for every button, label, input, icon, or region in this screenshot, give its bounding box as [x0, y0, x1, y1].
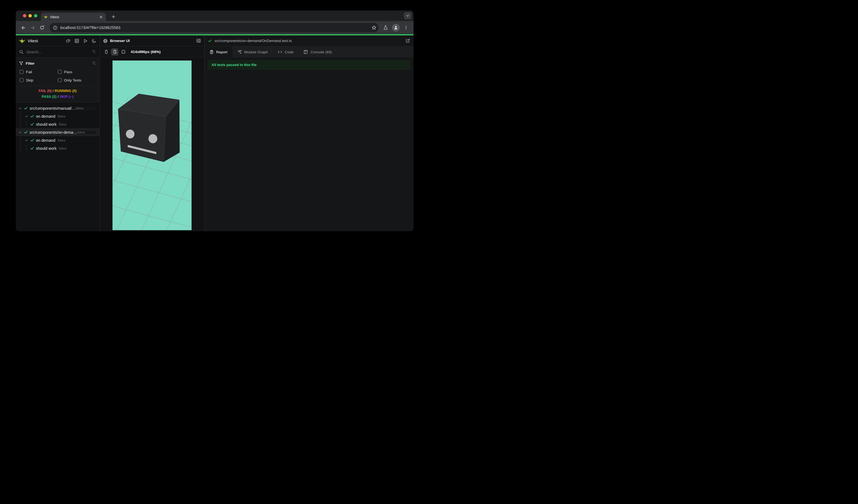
tab-report-label: Report [216, 50, 227, 54]
vitest-favicon [44, 15, 48, 19]
test-name: should work [36, 146, 57, 151]
only-tests-label: Only Tests [64, 78, 81, 82]
tab-title: Vitest [50, 15, 97, 19]
funnel-icon [19, 61, 23, 65]
sidebar-header: Vitest [16, 35, 99, 46]
bookmark-star-icon[interactable] [371, 25, 377, 30]
address-bar[interactable]: localhost:5173/#/?file=1828625563 [49, 23, 379, 32]
vitest-ui: Vitest [16, 35, 414, 231]
all-tests-passed-banner: All tests passed in this file [208, 60, 411, 70]
filter-title: Filter [26, 61, 34, 65]
tree-file-row[interactable]: src/components/manual/… 56ms [16, 104, 99, 112]
test-duration: 56ms [58, 115, 65, 118]
reload-button[interactable] [37, 23, 47, 32]
report-tabs: Report Module Graph [205, 46, 414, 58]
browser-window: Vitest [16, 11, 414, 231]
suite-name: on demand [36, 138, 55, 143]
clear-filter-icon[interactable] [92, 50, 96, 54]
tab-module-graph[interactable]: Module Graph [233, 46, 273, 58]
app-name: Vitest [28, 38, 38, 43]
test-duration: 55ms [59, 123, 67, 126]
filter-option-only-tests[interactable]: Only Tests [58, 76, 96, 84]
skip-label: Skip [26, 78, 33, 82]
tree-suite-row[interactable]: on demand 43ms [16, 136, 99, 144]
chevron-down-icon[interactable] [17, 130, 23, 134]
report-content: All tests passed in this file [205, 58, 414, 231]
browser-toolbar: localhost:5173/#/?file=1828625563 [16, 21, 414, 34]
tab-console[interactable]: Console (69) [299, 46, 337, 58]
back-button[interactable] [18, 23, 28, 32]
pass-check-icon [29, 146, 35, 150]
test-duration: 43ms [59, 147, 67, 150]
viewport-size-label: 414x896px (68%) [131, 50, 161, 54]
code-icon [278, 50, 282, 54]
site-info-icon[interactable] [53, 26, 58, 30]
pass-check-icon [208, 39, 212, 43]
browser-ui-title: Browser UI [110, 39, 130, 43]
url-text[interactable]: localhost:5173/#/?file=1828625563 [60, 26, 369, 30]
skip-count: SKIP (--) [60, 95, 74, 99]
filter-option-skip[interactable]: Skip [20, 76, 58, 84]
filter-option-fail[interactable]: Fail [20, 68, 58, 76]
experiments-flask-icon[interactable] [381, 23, 390, 32]
test-summary: FAIL (0) / RUNNING (0) PASS (2) / SKIP (… [16, 86, 99, 102]
tree-file-row-selected[interactable]: src/components/on-dema… 43ms [16, 128, 99, 136]
search-input[interactable] [26, 50, 89, 54]
device-mobile-small-icon[interactable] [102, 48, 110, 55]
browser-ui-header: Browser UI [100, 35, 204, 46]
vitest-logo [19, 38, 25, 44]
test-file-name: src/components/on-dema… [30, 130, 77, 134]
new-tab-button[interactable] [110, 13, 117, 20]
skip-checkbox[interactable] [20, 78, 23, 82]
external-link-icon[interactable] [406, 38, 410, 43]
report-panel: src/components/on-demand/OnDemand.test.t… [205, 35, 414, 231]
forward-button[interactable] [28, 23, 37, 32]
report-header: src/components/on-demand/OnDemand.test.t… [205, 35, 414, 46]
test-duration: 56ms [76, 107, 96, 110]
pass-check-icon [23, 130, 29, 134]
tree-test-row[interactable]: should work 43ms [16, 144, 99, 152]
sidebar: Vitest [16, 35, 100, 231]
test-duration: 43ms [58, 139, 65, 142]
run-all-icon[interactable] [83, 39, 88, 43]
pass-check-icon [29, 138, 35, 142]
chevron-down-icon[interactable] [24, 114, 29, 118]
running-count: RUNNING (0) [55, 89, 77, 93]
pass-label: Pass [64, 70, 73, 74]
device-mobile-plus-icon[interactable] [111, 48, 118, 55]
test-duration: 43ms [77, 131, 96, 134]
test-viewport-iframe[interactable] [112, 61, 192, 230]
test-file-name: src/components/manual/… [30, 106, 76, 111]
clear-filter-icon[interactable] [92, 61, 96, 65]
maximize-window-button[interactable] [34, 14, 37, 17]
dashboard-icon[interactable] [75, 39, 79, 43]
dark-mode-moon-icon[interactable] [92, 39, 96, 43]
tree-suite-row[interactable]: on demand 56ms [16, 112, 99, 120]
tab-code[interactable]: Code [273, 46, 299, 58]
browser-menu-icon[interactable] [401, 23, 411, 32]
minimize-window-button[interactable] [29, 14, 32, 17]
close-window-button[interactable] [23, 14, 26, 17]
pass-checkbox[interactable] [58, 70, 62, 74]
tree-test-row[interactable]: should work 55ms [16, 120, 99, 128]
device-tablet-icon[interactable] [120, 48, 127, 55]
tab-console-label: Console (69) [311, 50, 332, 54]
browser-ui-panel: Browser UI [100, 35, 205, 231]
suite-name: on demand [36, 114, 55, 118]
profile-avatar[interactable] [392, 24, 400, 32]
pass-check-icon [29, 122, 35, 126]
tab-report[interactable]: Report [205, 46, 233, 58]
chevron-down-icon[interactable] [17, 107, 23, 110]
tab-search-button[interactable] [404, 12, 412, 19]
windows-stack-icon[interactable] [66, 39, 70, 43]
chevron-down-icon[interactable] [24, 139, 29, 142]
filter-option-pass[interactable]: Pass [58, 68, 96, 76]
fail-checkbox[interactable] [20, 70, 23, 74]
browser-tab[interactable]: Vitest [41, 13, 106, 21]
pass-count: PASS (2) [42, 95, 57, 99]
globe-icon [103, 39, 108, 43]
dock-panel-right-icon[interactable] [196, 38, 201, 43]
summary-line-2: PASS (2) / SKIP (--) [16, 94, 99, 100]
close-tab-icon[interactable] [99, 15, 103, 19]
only-tests-checkbox[interactable] [58, 78, 62, 82]
